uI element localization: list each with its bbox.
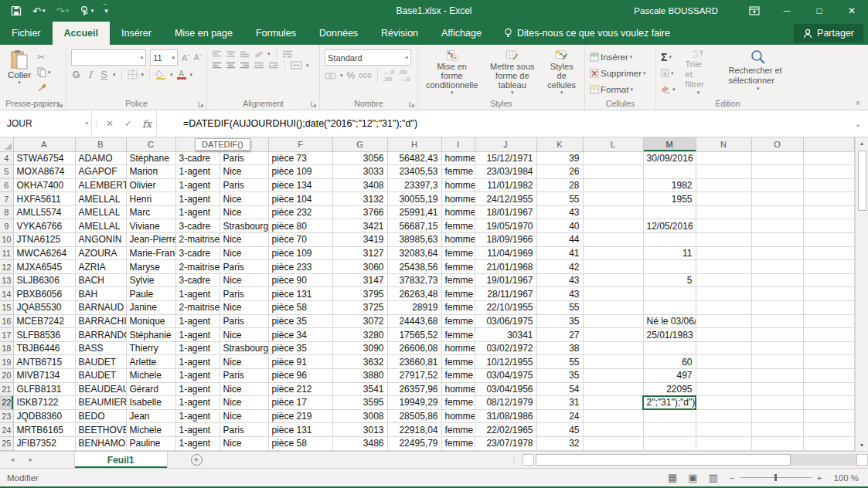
cell-H7[interactable]: 30055,19 bbox=[387, 192, 441, 206]
cell-O9[interactable] bbox=[751, 219, 803, 233]
cell-H21[interactable]: 26357,96 bbox=[387, 382, 441, 396]
font-color-button[interactable]: A bbox=[177, 70, 186, 80]
cell-E20[interactable]: Paris bbox=[220, 369, 268, 383]
cell-I5[interactable]: femme bbox=[441, 165, 475, 179]
share-button[interactable]: Partager bbox=[794, 24, 863, 42]
cell-C24[interactable]: Michele bbox=[126, 423, 175, 437]
cell-N4[interactable] bbox=[696, 151, 751, 165]
cell-M4[interactable]: 30/09/2016 bbox=[643, 151, 696, 165]
cell-H19[interactable]: 23660,81 bbox=[387, 355, 441, 369]
fill-handle[interactable] bbox=[693, 407, 696, 410]
cell-L5[interactable] bbox=[583, 165, 643, 179]
cell-D24[interactable]: 1-agent bbox=[175, 423, 220, 437]
cell-F11[interactable]: pièce 109 bbox=[268, 246, 332, 260]
paste-button[interactable]: Coller ▾ bbox=[5, 49, 34, 97]
cell-H25[interactable]: 22495,79 bbox=[387, 436, 441, 450]
row-header-6[interactable]: 6 bbox=[0, 178, 13, 192]
tab-accueil[interactable]: Accueil bbox=[53, 22, 110, 45]
cell-A19[interactable]: ANTB6715 bbox=[13, 355, 75, 369]
cell-H14[interactable]: 26263,48 bbox=[387, 287, 441, 301]
cell-C17[interactable]: Stéphanie bbox=[126, 328, 175, 342]
cell-M10[interactable] bbox=[643, 233, 696, 247]
cell-A24[interactable]: MRTB6165 bbox=[13, 423, 75, 437]
find-select-button[interactable]: Rechercher et sélectionner▾ bbox=[722, 49, 795, 97]
cell-K14[interactable]: 43 bbox=[536, 287, 583, 301]
sheet-tab-feuil1[interactable]: Feuil1 bbox=[74, 452, 168, 468]
cell-N5[interactable] bbox=[696, 165, 751, 179]
font-name-input[interactable]: ▾ bbox=[71, 49, 146, 66]
cell-N17[interactable] bbox=[696, 328, 751, 342]
cell-E11[interactable]: Nice bbox=[220, 246, 268, 260]
cell-E22[interactable]: Nice bbox=[220, 396, 268, 410]
cell-D14[interactable]: 1-agent bbox=[175, 287, 220, 301]
cell-I13[interactable]: femme bbox=[441, 273, 475, 287]
conditional-formatting-button[interactable]: ≠ Mise en forme conditionnelle▾ bbox=[423, 49, 481, 97]
cell-O5[interactable] bbox=[751, 165, 803, 179]
alignment-dialog-launcher-icon[interactable] bbox=[311, 101, 317, 107]
cell-M13[interactable]: 5 bbox=[643, 273, 696, 287]
cell-C12[interactable]: Maryse bbox=[126, 260, 175, 274]
cell-K12[interactable]: 42 bbox=[536, 260, 583, 274]
cell-C14[interactable]: Paule bbox=[126, 287, 175, 301]
cell-partial-19[interactable] bbox=[803, 355, 855, 369]
cell-partial-24[interactable] bbox=[803, 423, 855, 437]
cell-I15[interactable]: femme bbox=[441, 301, 475, 315]
cell-O14[interactable] bbox=[751, 287, 803, 301]
customize-qat-icon[interactable]: ▾‾ bbox=[104, 7, 112, 15]
cell-E7[interactable]: Nice bbox=[220, 192, 268, 206]
cell-K20[interactable]: 35 bbox=[536, 369, 583, 383]
grow-font-icon[interactable]: A˄ bbox=[182, 53, 190, 63]
cell-C15[interactable]: Janine bbox=[126, 301, 175, 315]
cell-partial-15[interactable] bbox=[803, 301, 855, 315]
page-break-view-icon[interactable]: ▥ bbox=[709, 472, 718, 483]
cell-K17[interactable]: 27 bbox=[536, 328, 583, 342]
undo-button[interactable]: ↶▾ bbox=[32, 5, 45, 17]
cell-G11[interactable]: 3127 bbox=[332, 246, 387, 260]
cell-B16[interactable]: BARRACHINA bbox=[75, 314, 126, 328]
touch-mode-button[interactable]: ▾ bbox=[80, 5, 94, 16]
name-box-dropdown-icon[interactable]: ▾ bbox=[85, 120, 88, 127]
vertical-scrollbar[interactable]: ▲ ▼ bbox=[855, 137, 868, 451]
cell-H13[interactable]: 37832,73 bbox=[387, 273, 441, 287]
cell-O23[interactable] bbox=[751, 409, 803, 423]
cell-J17[interactable]: 30341 bbox=[475, 328, 536, 342]
cell-J22[interactable]: 08/12/1979 bbox=[475, 396, 536, 410]
cell-H22[interactable]: 19949,29 bbox=[387, 396, 441, 410]
cell-A6[interactable]: OKHA7400 bbox=[13, 178, 75, 192]
column-header-A[interactable]: A bbox=[13, 137, 75, 151]
cell-I22[interactable]: femme bbox=[441, 396, 475, 410]
cell-D7[interactable]: 1-agent bbox=[175, 192, 220, 206]
cell-partial-10[interactable] bbox=[803, 233, 855, 247]
cell-F9[interactable]: pièce 80 bbox=[268, 219, 332, 233]
cell-A11[interactable]: MWCA6264 bbox=[13, 246, 75, 260]
increase-decimal-icon[interactable]: ←,0,00 bbox=[383, 69, 395, 83]
row-header-21[interactable]: 21 bbox=[0, 382, 13, 396]
cell-C4[interactable]: Stéphane bbox=[126, 151, 175, 165]
row-header-13[interactable]: 13 bbox=[0, 273, 13, 287]
cell-C11[interactable]: Marie-France bbox=[126, 246, 175, 260]
column-header-I[interactable]: I bbox=[441, 137, 475, 151]
cell-M24[interactable] bbox=[643, 423, 696, 437]
undo-dropdown-icon[interactable]: ▾ bbox=[43, 8, 46, 14]
cell-E9[interactable]: Strasbourg bbox=[220, 219, 268, 233]
format-as-table-button[interactable]: Mettre sous forme de tableau▾ bbox=[484, 49, 540, 97]
merge-dropdown-icon[interactable]: ▾ bbox=[306, 63, 309, 69]
borders-button[interactable] bbox=[128, 69, 138, 80]
cell-partial-12[interactable] bbox=[803, 260, 855, 274]
cell-B7[interactable]: AMELLAL bbox=[75, 192, 126, 206]
accounting-format-button[interactable] bbox=[325, 72, 336, 80]
cell-B12[interactable]: AZRIA bbox=[75, 260, 126, 274]
zoom-in-icon[interactable]: + bbox=[817, 473, 822, 483]
cell-I4[interactable]: homme bbox=[441, 151, 475, 165]
cell-H10[interactable]: 38985,63 bbox=[387, 233, 441, 247]
cell-A22[interactable]: ISKB7122 bbox=[13, 396, 75, 410]
cell-I16[interactable]: femme bbox=[441, 314, 475, 328]
cell-O6[interactable] bbox=[751, 178, 803, 192]
cell-B21[interactable]: BEAUDEAU bbox=[75, 382, 126, 396]
cell-N18[interactable] bbox=[696, 341, 751, 355]
clear-button[interactable]: ▾ bbox=[661, 83, 676, 96]
decrease-indent-icon[interactable] bbox=[254, 62, 264, 69]
cell-J7[interactable]: 24/12/1955 bbox=[475, 192, 536, 206]
cell-A5[interactable]: MOXA8674 bbox=[13, 165, 75, 179]
ribbon-display-options-icon[interactable] bbox=[738, 0, 771, 22]
